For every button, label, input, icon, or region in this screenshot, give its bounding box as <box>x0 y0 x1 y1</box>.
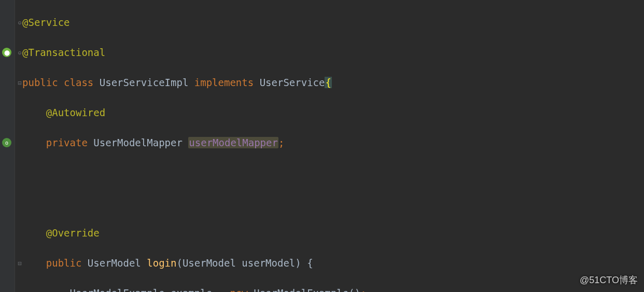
watermark-label: @51CTO博客 <box>580 273 638 288</box>
code-line <box>17 165 473 180</box>
code-line: ⊟ public UserModel login(UserModel userM… <box>17 256 473 271</box>
code-line: ⊟public class UserServiceImpl implements… <box>17 75 473 90</box>
code-line: private UserModelMapper userModelMapper; <box>17 135 473 150</box>
code-editor[interactable]: ⬤ o ⊖@Service ⊖@Transactional ⊟public cl… <box>0 0 644 292</box>
code-line: ⊖@Service <box>17 15 473 30</box>
gutter: ⬤ o <box>0 0 15 292</box>
code-line: @Override <box>17 226 473 241</box>
code-line: @Autowired <box>17 105 473 120</box>
code-area[interactable]: ⊖@Service ⊖@Transactional ⊟public class … <box>15 0 473 292</box>
code-line <box>17 196 473 211</box>
code-line: UserModelExample example = new UserModel… <box>17 286 473 292</box>
spring-bean-icon[interactable]: ⬤ <box>2 48 11 57</box>
code-line: ⊖@Transactional <box>17 45 473 60</box>
override-icon[interactable]: o <box>2 138 11 147</box>
